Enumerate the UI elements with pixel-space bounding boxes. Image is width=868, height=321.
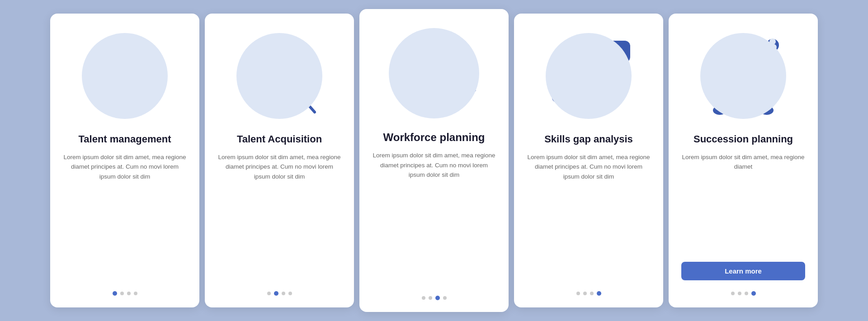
card-title-4: Skills gap analysis: [544, 133, 633, 146]
dot-3-4: [443, 296, 447, 300]
card-succession-planning: Succession planning Lorem ipsum dolor si…: [669, 14, 818, 307]
card-title-5: Succession planning: [693, 133, 793, 146]
dot-5-1: [731, 292, 735, 295]
learn-more-button[interactable]: Learn more: [681, 262, 805, 280]
dot-4-1: [576, 292, 580, 295]
cards-container: Talent management Lorem ipsum dolor sit …: [37, 0, 831, 321]
illustration-workforce-planning: [380, 24, 488, 123]
dot-1-4: [134, 292, 137, 295]
dot-1-3: [127, 292, 131, 295]
illustration-talent-management: [71, 26, 179, 126]
dot-5-2: [738, 292, 741, 295]
dot-active-1: [113, 291, 117, 296]
dot-2-3: [282, 292, 285, 295]
illustration-skills-gap: ???: [534, 26, 643, 126]
dots-row-4: [576, 291, 601, 296]
card-text-2: Lorem ipsum dolor sit dim amet, mea regi…: [217, 152, 341, 283]
illustration-succession-planning: [689, 26, 797, 126]
card-title-2: Talent Acquisition: [237, 133, 322, 146]
card-talent-acquisition: Talent Acquisition Lorem ipsum dolor sit…: [205, 14, 354, 307]
dot-1-2: [120, 292, 124, 295]
dot-3-2: [429, 296, 432, 300]
dot-5-3: [745, 292, 748, 295]
card-text-4: Lorem ipsum dolor sit dim amet, mea regi…: [527, 152, 651, 283]
card-text-5: Lorem ipsum dolor sit dim amet, mea regi…: [681, 152, 805, 257]
dot-2-4: [288, 292, 292, 295]
dots-row-3: [422, 296, 447, 300]
dot-2-1: [267, 292, 271, 295]
dot-3-1: [422, 296, 425, 300]
dot-active-2: [274, 291, 278, 296]
dots-row-5: [731, 291, 756, 296]
dot-active-3: [435, 296, 440, 300]
dots-row-2: [267, 291, 292, 296]
illustration-talent-acquisition: [225, 26, 334, 126]
card-workforce-planning: Workforce planning Lorem ipsum dolor sit…: [359, 9, 509, 312]
card-skills-gap: ??? Skills gap analysis Lorem ipsum dolo…: [514, 14, 663, 307]
dots-row-1: [113, 291, 137, 296]
card-title-1: Talent management: [79, 133, 171, 146]
card-text-1: Lorem ipsum dolor sit dim amet, mea regi…: [63, 152, 187, 283]
dot-4-3: [590, 292, 594, 295]
card-talent-management: Talent management Lorem ipsum dolor sit …: [50, 14, 199, 307]
dot-active-4: [597, 291, 601, 296]
dot-4-2: [583, 292, 587, 295]
dot-active-5: [751, 291, 756, 296]
card-text-3: Lorem ipsum dolor sit dim amet, mea regi…: [372, 151, 496, 288]
card-title-3: Workforce planning: [383, 130, 485, 144]
